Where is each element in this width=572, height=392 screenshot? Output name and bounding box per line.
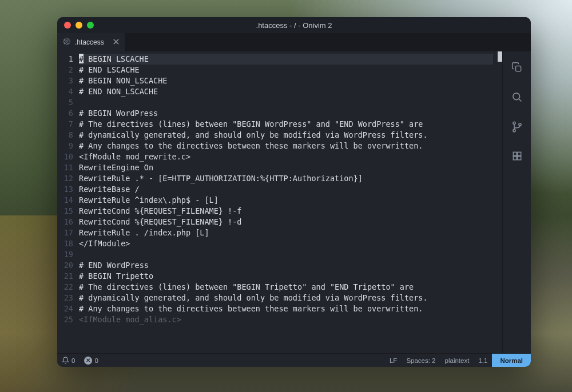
line-number: 11 [57,162,79,173]
svg-rect-11 [513,157,517,160]
code-line [79,249,493,260]
git-branch-icon[interactable] [511,121,523,135]
code-line: # dynamically generated, and should only… [79,130,493,141]
copy-icon[interactable] [511,62,523,75]
extensions-icon[interactable] [512,151,522,163]
tab-label: .htaccess [75,38,104,46]
editor-body: 1234567891011121314151617181920212223242… [57,51,531,353]
line-number: 5 [57,97,79,108]
code-line: # BEGIN LSCACHE [79,54,493,65]
code-line: RewriteRule .* - [E=HTTP_AUTHORIZATION:%… [79,173,493,184]
errors-count: 0 [94,357,98,364]
line-number-gutter: 1234567891011121314151617181920212223242… [57,51,79,353]
line-number: 21 [57,271,79,282]
error-icon: ✕ [84,357,92,365]
close-window-button[interactable] [64,22,71,29]
line-number: 9 [57,141,79,151]
code-line: RewriteCond %{REQUEST_FILENAME} !-d [79,217,493,227]
line-number: 7 [57,119,79,130]
svg-point-6 [513,122,515,124]
code-line: # The directives (lines) between "BEGIN … [79,282,493,293]
line-number: 24 [57,303,79,314]
code-line: RewriteEngine On [79,162,493,173]
code-line [79,97,493,108]
status-bar: 0 ✕ 0 LF Spaces: 2 plaintext 1,1 Normal [57,353,531,367]
line-number: 1 [57,54,79,65]
maximize-window-button[interactable] [87,22,94,29]
line-number: 19 [57,249,79,260]
code-line: # END NON_LSCACHE [79,86,493,97]
editor-area[interactable]: 1234567891011121314151617181920212223242… [57,51,502,353]
search-icon[interactable] [511,91,523,105]
tab-htaccess[interactable]: .htaccess [57,33,125,51]
svg-point-0 [66,41,67,42]
line-number: 25 [57,314,79,325]
code-line: <IfModule mod_alias.c> [79,314,493,325]
code-line: <IfModule mod_rewrite.c> [79,151,493,162]
window-title: .htaccess - / - Onivim 2 [57,21,531,30]
activity-bar [502,51,531,353]
code-line: # BEGIN WordPress [79,108,493,119]
line-number: 17 [57,227,79,238]
svg-line-5 [518,99,521,102]
line-number: 13 [57,184,79,195]
indent-item[interactable]: Spaces: 2 [402,354,440,367]
minimize-window-button[interactable] [76,22,82,29]
line-number: 15 [57,206,79,217]
position-item[interactable]: 1,1 [474,354,492,367]
svg-point-4 [513,93,519,100]
notifications-count: 0 [72,357,75,364]
code-line: # END WordPress [79,260,493,271]
line-number: 12 [57,173,79,184]
svg-point-7 [513,130,515,132]
svg-rect-3 [515,66,521,71]
code-line: # BEGIN NON_LSCACHE [79,75,493,86]
code-line: RewriteCond %{REQUEST_FILENAME} !-f [79,206,493,217]
line-number: 14 [57,195,79,206]
line-number: 8 [57,130,79,141]
code-line: RewriteRule ^index\.php$ - [L] [79,195,493,206]
line-number: 23 [57,293,79,303]
titlebar[interactable]: .htaccess - / - Onivim 2 [57,17,531,33]
code-line: # Any changes to the directives between … [79,303,493,314]
line-number: 10 [57,151,79,162]
line-number: 18 [57,238,79,249]
eol-item[interactable]: LF [385,354,402,367]
tab-bar: .htaccess [57,33,531,51]
svg-point-8 [518,123,521,126]
code-content[interactable]: # BEGIN LSCACHE# END LSCACHE# BEGIN NON_… [79,51,493,353]
line-number: 20 [57,260,79,271]
traffic-lights [64,22,94,29]
bell-icon [62,357,69,364]
code-line: </IfModule> [79,238,493,249]
gear-icon [63,38,70,47]
errors-item[interactable]: ✕ 0 [80,354,102,367]
vim-mode-indicator[interactable]: Normal [492,354,531,367]
svg-rect-12 [517,157,521,160]
code-line: RewriteBase / [79,184,493,195]
line-number: 22 [57,282,79,293]
text-cursor: # [79,54,84,63]
line-number: 6 [57,108,79,119]
minimap-thumb[interactable] [498,51,502,62]
code-line: # dynamically generated, and should only… [79,293,493,303]
svg-rect-10 [517,152,521,155]
code-line: # BEGIN Tripetto [79,271,493,282]
line-number: 2 [57,65,79,75]
notifications-item[interactable]: 0 [57,354,80,367]
code-line: RewriteRule . /index.php [L] [79,227,493,238]
line-number: 4 [57,86,79,97]
editor-window: .htaccess - / - Onivim 2 .htaccess 12345… [57,17,531,367]
svg-rect-9 [513,152,517,155]
line-number: 16 [57,217,79,227]
language-item[interactable]: plaintext [440,354,474,367]
close-tab-icon[interactable] [113,38,119,46]
code-line: # The directives (lines) between "BEGIN … [79,119,493,130]
code-line: # END LSCACHE [79,65,493,75]
minimap[interactable] [493,51,502,353]
code-line: # Any changes to the directives between … [79,141,493,151]
line-number: 3 [57,75,79,86]
